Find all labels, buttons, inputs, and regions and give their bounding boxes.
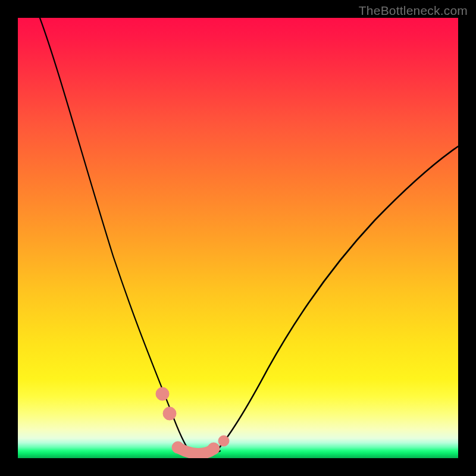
valley-start-marker — [172, 441, 184, 453]
left-branch — [40, 18, 190, 452]
plot-area — [18, 18, 458, 458]
curve-layer — [18, 18, 458, 458]
right-branch — [215, 146, 458, 452]
left-marker-lower — [163, 407, 176, 420]
right-marker — [218, 436, 229, 446]
watermark-text: TheBottleneck.com — [359, 4, 468, 18]
valley-end-marker — [208, 443, 220, 455]
chart-frame: TheBottleneck.com — [0, 0, 476, 476]
left-marker-upper — [156, 387, 169, 400]
